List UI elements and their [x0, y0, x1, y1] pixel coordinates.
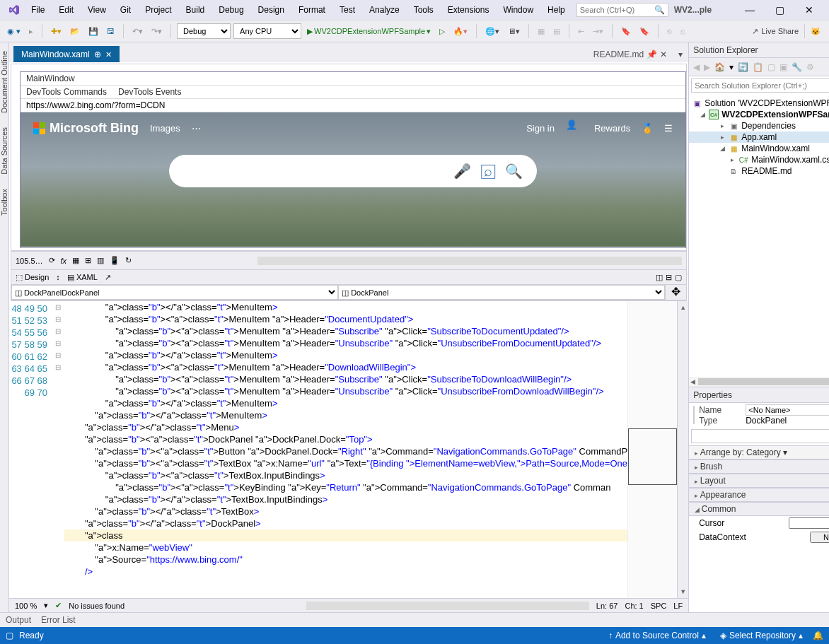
category-appearance[interactable]: Appearance: [689, 488, 829, 502]
menu-extensions[interactable]: Extensions: [442, 4, 495, 16]
bookmark-btn1[interactable]: 🔖: [618, 25, 634, 37]
category-common[interactable]: Common: [689, 502, 829, 516]
minimap[interactable]: [627, 301, 677, 598]
tree-node[interactable]: ◢▦MainWindow.xaml: [689, 143, 829, 154]
pin-icon[interactable]: 📌: [647, 49, 657, 59]
menu-format[interactable]: Format: [293, 4, 331, 16]
properties-icon[interactable]: 🔧: [792, 62, 802, 72]
vertical-scrollbar[interactable]: ▲ ▼: [677, 301, 688, 598]
open-button[interactable]: 📂: [67, 25, 83, 37]
grid-icon[interactable]: ▦: [72, 256, 79, 265]
xaml-tab[interactable]: ▤ XAML: [67, 273, 98, 282]
code-editor[interactable]: 48 49 50 51 52 53 54 55 56 57 58 59 60 6…: [9, 301, 688, 598]
design-tab[interactable]: ⬚ Design: [16, 273, 49, 282]
zoom-level[interactable]: 105.5…: [16, 257, 43, 265]
line-ending[interactable]: LF: [673, 602, 683, 610]
layout-btn2[interactable]: ▤: [550, 25, 563, 37]
code-lines[interactable]: "a">class="b"></"a">class="t">MenuItem> …: [64, 301, 627, 598]
menu-view[interactable]: View: [82, 4, 112, 16]
select-repository[interactable]: ◈ Select Repository ▴: [716, 631, 807, 640]
save-all-button[interactable]: 🖫: [104, 25, 117, 37]
scroll-down-icon[interactable]: ▼: [680, 588, 686, 595]
new-datacontext-button[interactable]: New: [810, 532, 829, 543]
split-horiz-icon[interactable]: ⊟: [666, 273, 672, 282]
sync-icon[interactable]: 🔄: [738, 62, 748, 72]
issues-label[interactable]: No issues found: [69, 602, 124, 610]
device-icon[interactable]: 📱: [110, 256, 120, 265]
new-project-button[interactable]: ✚▾: [48, 25, 64, 37]
swap-panes-icon[interactable]: ↕: [56, 273, 60, 281]
name-input[interactable]: [746, 404, 829, 416]
popout-icon[interactable]: ↗: [105, 273, 111, 282]
config-dropdown[interactable]: Debug: [177, 23, 231, 39]
view-code-icon[interactable]: ⚙: [806, 62, 814, 72]
pin-icon[interactable]: ⊕: [94, 49, 101, 59]
rotate-icon[interactable]: ↻: [125, 256, 132, 265]
properties-search-input[interactable]: [695, 431, 829, 441]
quick-launch-input[interactable]: [580, 6, 654, 14]
save-button[interactable]: 💾: [86, 25, 101, 37]
menu-git[interactable]: Git: [115, 4, 137, 16]
cursor-dropdown[interactable]: [789, 517, 829, 529]
add-source-control[interactable]: ↑ Add to Source Control ▴: [604, 631, 710, 640]
start-debug-button[interactable]: ▶ WV2CDPExtensionWPFSample ▾: [304, 25, 434, 37]
arrange-by[interactable]: Arrange by: Category ▾: [689, 445, 829, 459]
collapse-pane-icon[interactable]: ▢: [675, 273, 682, 282]
nav-fwd-button[interactable]: ▸: [26, 25, 36, 37]
undo-button[interactable]: ↶▾: [129, 25, 146, 37]
scroll-up-icon[interactable]: ▲: [680, 304, 686, 311]
solution-node[interactable]: ▣ Solution 'WV2CDPExtensionWPFSample': [689, 98, 829, 109]
menu-debug[interactable]: Debug: [213, 4, 249, 16]
properties-search[interactable]: 🔍: [691, 429, 829, 443]
redo-button[interactable]: ↷▾: [149, 25, 165, 37]
effects-icon[interactable]: fx: [61, 257, 67, 265]
editor-zoom[interactable]: 100 %: [15, 602, 37, 610]
designer-scrollbar[interactable]: [257, 257, 682, 265]
tree-node[interactable]: 🗎README.md: [689, 165, 829, 177]
align-right[interactable]: ⇥▾: [590, 25, 606, 37]
menu-test[interactable]: Test: [334, 4, 361, 16]
start-nodebug-button[interactable]: ▷: [436, 25, 448, 37]
tree-node[interactable]: ▸▦App.xaml: [689, 131, 829, 143]
maximize-button[interactable]: ▢: [768, 4, 791, 16]
collapse-all-icon[interactable]: ▣: [779, 62, 787, 72]
snap-icon[interactable]: ⊞: [85, 256, 91, 265]
element-selector-type[interactable]: ◫ DockPanelDockPanel: [11, 285, 338, 300]
refresh-all-icon[interactable]: 📋: [753, 62, 763, 72]
show-all-icon[interactable]: ▢: [767, 62, 775, 72]
menu-tools[interactable]: Tools: [408, 4, 439, 16]
horizontal-scrollbar[interactable]: [306, 602, 589, 610]
back-icon[interactable]: ◀: [693, 62, 700, 72]
tab-document-outline[interactable]: Document Outline: [0, 48, 8, 116]
split-vert-icon[interactable]: ◫: [656, 273, 663, 282]
nav-back-button[interactable]: ◉ ▾: [4, 25, 23, 37]
fwd-icon[interactable]: ▶: [704, 62, 710, 72]
menu-window[interactable]: Window: [497, 4, 539, 16]
tree-node[interactable]: ▸C#MainWindow.xaml.cs: [689, 154, 829, 165]
home-icon[interactable]: 🏠: [714, 62, 725, 72]
solution-search-input[interactable]: [695, 81, 829, 90]
bookmark-btn2[interactable]: 🔖: [637, 25, 652, 37]
indent-mode[interactable]: SPC: [651, 602, 667, 610]
split-settings-icon[interactable]: ✥: [665, 285, 686, 300]
align-left[interactable]: ⇤: [575, 25, 587, 37]
refresh-icon[interactable]: ⟳: [49, 256, 55, 265]
menu-analyze[interactable]: Analyze: [364, 4, 405, 16]
web-button[interactable]: 🖥▾: [505, 25, 523, 37]
menu-file[interactable]: File: [25, 4, 50, 16]
menu-build[interactable]: Build: [180, 4, 211, 16]
prop-datacontext[interactable]: DataContext New ▫▾: [689, 530, 829, 544]
solution-search[interactable]: 🔍▾: [691, 78, 829, 93]
menu-help[interactable]: Help: [542, 4, 571, 16]
hot-reload-button[interactable]: 🔥▾: [451, 25, 470, 37]
tab-output[interactable]: Output: [6, 615, 31, 625]
tab-data-sources[interactable]: Data Sources: [0, 124, 8, 177]
tab-error-list[interactable]: Error List: [41, 615, 76, 625]
menu-design[interactable]: Design: [253, 4, 290, 16]
step-in[interactable]: ⎌: [678, 25, 688, 37]
tree-node[interactable]: ▸▣Dependencies: [689, 120, 829, 131]
close-tab-icon[interactable]: ✕: [105, 50, 112, 59]
designer-surface[interactable]: MainWindow DevTools Commands DevTools Ev…: [11, 64, 686, 251]
step-out[interactable]: ⎋: [664, 25, 675, 37]
category-layout[interactable]: Layout: [689, 474, 829, 488]
